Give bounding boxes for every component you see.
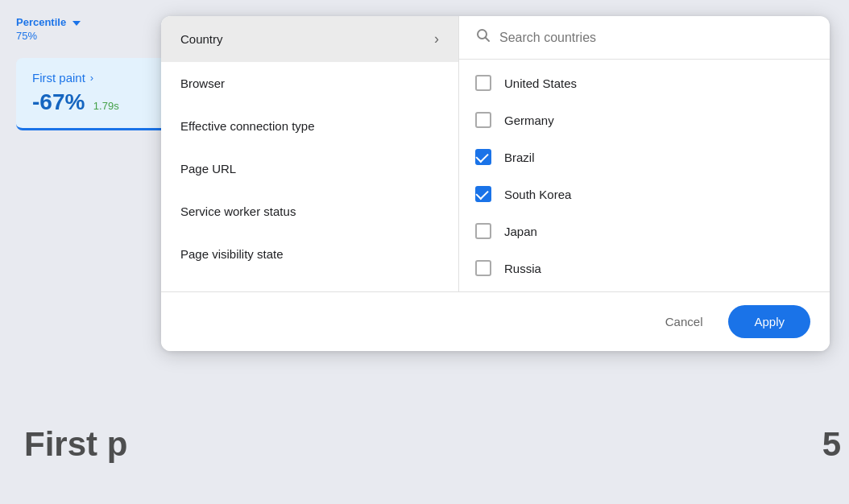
menu-item-label-5: Page visibility state xyxy=(180,247,284,261)
country-name-2: Brazil xyxy=(504,151,535,164)
country-item-4[interactable]: Japan xyxy=(459,213,830,250)
country-item-3[interactable]: South Korea xyxy=(459,176,830,213)
search-bar xyxy=(459,16,830,60)
country-item-5[interactable]: Russia xyxy=(459,250,830,287)
checkbox-1 xyxy=(475,112,491,128)
country-item-0[interactable]: United States xyxy=(459,64,830,101)
menu-item-2[interactable]: Effective connection type xyxy=(161,105,458,147)
checkbox-4 xyxy=(475,223,491,239)
country-name-1: Germany xyxy=(504,114,554,127)
country-name-4: Japan xyxy=(504,225,537,238)
country-item-2[interactable]: Brazil xyxy=(459,138,830,176)
left-menu: Country›BrowserEffective connection type… xyxy=(161,16,459,291)
number-large: 5 xyxy=(822,425,841,464)
menu-item-label-4: Service worker status xyxy=(180,204,296,218)
menu-item-label-1: Browser xyxy=(180,76,225,90)
menu-item-label-2: Effective connection type xyxy=(180,119,315,133)
dropdown-body: Country›BrowserEffective connection type… xyxy=(161,16,830,291)
right-panel: United StatesGermanyBrazilSouth KoreaJap… xyxy=(459,16,830,291)
checkbox-0 xyxy=(475,75,491,91)
dropdown-footer: Cancel Apply xyxy=(161,291,830,351)
menu-item-5[interactable]: Page visibility state xyxy=(161,233,458,275)
country-name-5: Russia xyxy=(504,262,541,275)
menu-item-label-3: Page URL xyxy=(180,162,236,176)
country-item-1[interactable]: Germany xyxy=(459,101,830,138)
first-paint-large-text: First p xyxy=(24,425,127,464)
chevron-down-icon xyxy=(72,21,81,26)
menu-item-0[interactable]: Country› xyxy=(161,16,458,62)
country-name-3: South Korea xyxy=(504,188,571,201)
first-paint-stats: -67% 1.79s xyxy=(32,89,169,115)
first-paint-card: First paint › -67% 1.79s xyxy=(16,58,185,130)
menu-item-label-0: Country xyxy=(180,32,223,46)
checkbox-3 xyxy=(475,186,491,202)
chevron-right-icon: › xyxy=(434,31,439,48)
search-icon xyxy=(475,27,491,48)
cancel-button[interactable]: Cancel xyxy=(652,307,716,337)
percentile-label: Percentile xyxy=(16,16,66,28)
checkbox-2 xyxy=(475,149,491,165)
menu-item-4[interactable]: Service worker status xyxy=(161,190,458,233)
countries-list: United StatesGermanyBrazilSouth KoreaJap… xyxy=(459,60,830,291)
checkbox-5 xyxy=(475,260,491,276)
menu-item-1[interactable]: Browser xyxy=(161,62,458,105)
filter-dropdown: Country›BrowserEffective connection type… xyxy=(161,16,830,351)
menu-item-3[interactable]: Page URL xyxy=(161,147,458,190)
search-input[interactable] xyxy=(499,31,814,45)
first-paint-title: First paint › xyxy=(32,71,169,85)
apply-button[interactable]: Apply xyxy=(728,305,810,338)
svg-line-1 xyxy=(486,38,490,42)
country-name-0: United States xyxy=(504,76,577,90)
